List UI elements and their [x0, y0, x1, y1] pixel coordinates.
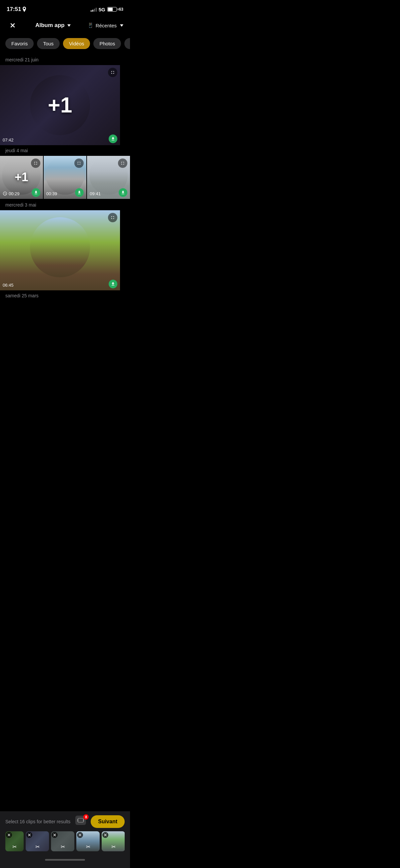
filter-tous[interactable]: Tous — [37, 38, 60, 49]
plus-count-badge-1: +1 — [15, 170, 28, 184]
filter-standard-vide[interactable]: Standard Vidé — [124, 38, 130, 49]
video-item-mai4-2[interactable]: 00:39 — [44, 156, 87, 199]
album-title[interactable]: Album app — [35, 22, 71, 29]
filter-photos[interactable]: Photos — [93, 38, 121, 49]
main-content: mercredi 21 juin +1 07:42 jeudi 4 mai +1 — [0, 54, 130, 368]
battery-tip — [118, 8, 118, 10]
plus-count-badge: +1 — [48, 93, 72, 118]
download-badge-2 — [75, 188, 84, 197]
location-dropdown-icon — [120, 24, 123, 27]
location-icon — [22, 7, 26, 12]
video-duration-mai3: 06:45 — [3, 283, 14, 288]
signal-bar-3 — [94, 9, 95, 12]
battery-body — [107, 7, 116, 12]
signal-bar-1 — [91, 10, 92, 12]
video-item-mai3-1[interactable]: 06:45 — [0, 210, 120, 290]
expand-icon[interactable] — [108, 68, 117, 77]
signal-bar-2 — [92, 10, 93, 12]
expand-icon-mai4-3[interactable] — [118, 158, 127, 168]
section-label-mai3: mercredi 3 mai — [0, 199, 130, 210]
video-duration: 07:42 — [3, 137, 14, 143]
download-badge-3 — [119, 188, 127, 197]
phone-icon: 📱 — [87, 22, 94, 28]
video-grid-mai4: +1 00:29 00:39 — [0, 156, 130, 199]
status-bar: 17:51 5G 63 — [0, 0, 130, 17]
section-label-juin: mercredi 21 juin — [0, 54, 130, 65]
expand-icon-mai4-1[interactable] — [31, 158, 40, 168]
section-label-mai4: jeudi 4 mai — [0, 145, 130, 156]
album-title-text: Album app — [35, 22, 65, 29]
battery-fill — [108, 8, 113, 11]
video-item-juin-1[interactable]: +1 07:42 — [0, 65, 120, 145]
signal-bars — [91, 7, 97, 12]
video-item-mai4-1[interactable]: +1 00:29 — [0, 156, 43, 199]
video-duration-2: 00:39 — [46, 191, 57, 196]
battery-percent: 63 — [119, 7, 123, 12]
download-badge-mai3 — [109, 280, 117, 288]
battery: 63 — [107, 7, 123, 12]
location-selector[interactable]: 📱 Récentes — [87, 22, 123, 28]
close-button[interactable] — [7, 19, 19, 31]
filter-row: Favoris Tous Vidéos Photos Standard Vidé — [0, 35, 130, 54]
expand-icon-mai3[interactable] — [108, 213, 117, 222]
time-label: 17:51 — [7, 6, 21, 13]
section-label-mars: samedi 25 mars — [0, 290, 130, 301]
location-label: Récentes — [96, 23, 116, 28]
circle-overlay-person — [30, 217, 90, 277]
download-badge — [109, 134, 117, 143]
video-duration-1: 00:29 — [3, 191, 20, 196]
signal-bar-4 — [96, 8, 97, 12]
network-label: 5G — [99, 7, 105, 12]
video-item-mai4-3[interactable]: 09:41 — [87, 156, 130, 199]
title-dropdown-icon — [67, 24, 71, 27]
video-duration-3: 09:41 — [90, 191, 101, 196]
filter-favoris[interactable]: Favoris — [5, 38, 34, 49]
download-badge-1 — [32, 188, 40, 197]
status-right: 5G 63 — [91, 7, 123, 12]
header: Album app 📱 Récentes — [0, 17, 130, 35]
filter-videos[interactable]: Vidéos — [63, 38, 90, 49]
status-time: 17:51 — [7, 6, 26, 13]
